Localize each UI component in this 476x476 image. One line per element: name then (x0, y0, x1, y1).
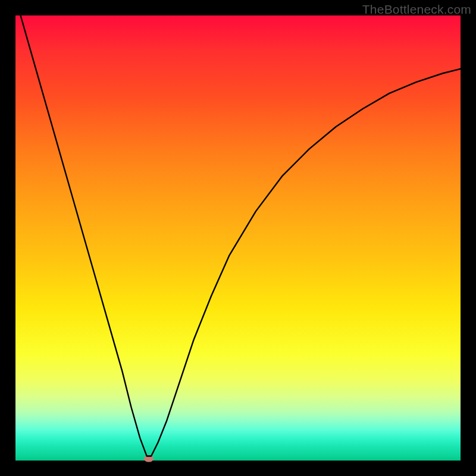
chart-container: TheBottleneck.com (0, 0, 476, 476)
bottleneck-curve (15, 15, 461, 461)
watermark-text: TheBottleneck.com (362, 2, 471, 17)
chart-plot-area (15, 15, 461, 461)
